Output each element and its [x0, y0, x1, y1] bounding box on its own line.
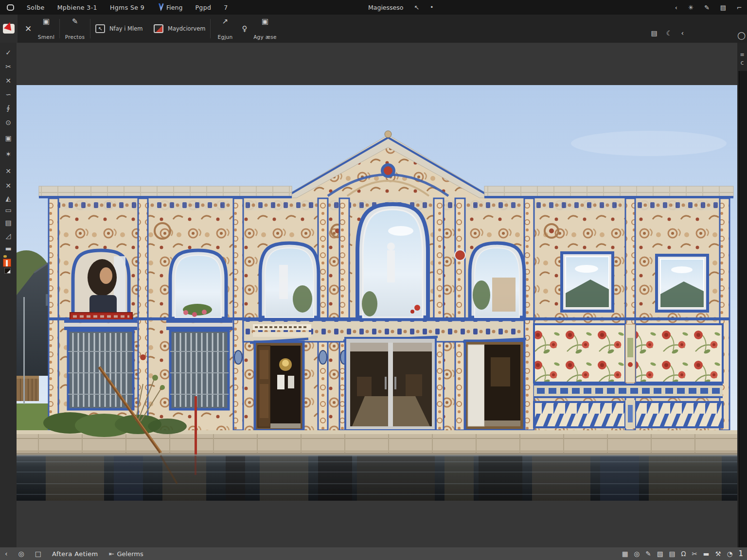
toolbar-button-smenl-label: Smenl — [38, 34, 54, 40]
layers-icon[interactable]: ▬ — [703, 550, 710, 558]
swatch-tile-icon — [154, 24, 163, 33]
clock-icon[interactable]: ◔ — [727, 550, 733, 558]
sidebar-tool-star[interactable]: ✶ — [0, 148, 17, 160]
back-arrow-icon[interactable]: ‹ — [681, 29, 684, 37]
close-document-button[interactable]: ✕ — [21, 15, 35, 43]
pen-icon[interactable]: ✎ — [645, 550, 651, 558]
pencil-icon: ✎ — [72, 18, 78, 25]
sidebar-tool-curve[interactable]: ∽ — [0, 88, 17, 100]
panel-icon[interactable]: ▤ — [720, 4, 726, 11]
user-icon[interactable]: Ω — [681, 550, 686, 558]
toolbar-button-smenl[interactable]: ▣ Smenl — [35, 18, 57, 40]
foreground-color-swatch[interactable] — [3, 259, 11, 267]
menu-item-2[interactable]: Mpbiene 3-1 — [57, 4, 97, 11]
scissors-icon[interactable]: ✂ — [692, 550, 697, 558]
app-tile-button[interactable] — [0, 15, 18, 43]
toolbar-button-egjun[interactable]: ↗ Egjun — [214, 18, 236, 40]
panels-toggle-icon[interactable]: ▤ — [651, 29, 658, 37]
toolbar-button-nfay-label: Nfay i Mlem — [109, 25, 142, 32]
page-number: 1 — [738, 549, 743, 558]
image-icon[interactable]: ▧ — [657, 550, 663, 558]
menu-item-4-label: Fieng — [166, 4, 182, 11]
toolbar-button-agyaese[interactable]: ▣ Agy æse — [252, 18, 278, 40]
lasso-icon[interactable]: ☾ — [666, 29, 673, 37]
toolbar-button-prectos[interactable]: ✎ Prectos — [62, 18, 88, 40]
goto-label: Gelerms — [117, 550, 143, 558]
sidebar-tool-frame[interactable]: ▭ — [0, 204, 17, 216]
panel-edge — [739, 71, 747, 547]
blue-brush-icon — [157, 3, 164, 11]
toolbar-separator — [210, 19, 211, 38]
sidebar-tool-note[interactable]: ▤ — [0, 217, 17, 228]
sidebar-tool-ellipse[interactable]: ⊙ — [0, 117, 17, 128]
sidebar-tool-check[interactable]: ✓ — [0, 47, 17, 58]
menu-item-4[interactable]: Fieng — [157, 3, 182, 11]
swatch-dot — [3, 255, 7, 258]
chevron-left-icon[interactable]: ‹ — [675, 4, 677, 11]
panel-icon[interactable]: ▤ — [669, 550, 675, 558]
menubar-center-label: Magiesseso — [368, 4, 403, 11]
toolbar-separator — [90, 19, 90, 38]
toolbar-button-maydciorvem-label: Maydciorvem — [168, 25, 205, 32]
menubar: Solbe Mpbiene 3-1 Hgms Se 9 Fieng Pgpd 7… — [0, 0, 747, 15]
right-panel-sliver: ≡ c — [737, 43, 747, 547]
sidebar-tool-loop[interactable]: ∮ — [0, 102, 17, 114]
sidebar-tool-wedge[interactable]: ◿ — [0, 230, 17, 242]
target-icon[interactable]: ◎ — [634, 550, 640, 558]
cursor-icon: ↖ — [414, 4, 419, 11]
status-mode-label: Aftera Aetiem — [52, 550, 98, 558]
sidebar-tool-close[interactable]: ✕ — [0, 75, 17, 87]
curve-icon[interactable]: ⌐ — [737, 4, 742, 11]
background-color-swatch[interactable] — [4, 268, 11, 274]
tool-palette: ✓ ✂ ✕ ∽ ∮ ⊙ ▣ ✶ ✕ ✕ ◭ ▭ ▤ ◿ ▬ — [0, 43, 17, 547]
toolbar-button-agyaese-label: Agy æse — [253, 34, 277, 40]
toolbar-button-maydciorvem[interactable]: Maydciorvem — [154, 15, 205, 43]
sidebar-tool-mountain[interactable]: ◭ — [0, 192, 17, 204]
toolbar-button-prectos-label: Prectos — [65, 34, 85, 40]
circle-indicator-icon[interactable]: ◎ — [18, 550, 24, 558]
toolbar-separator — [59, 19, 60, 38]
goto-control[interactable]: ⇤ Gelerms — [109, 550, 143, 558]
back-icon[interactable]: ‹ — [5, 550, 8, 558]
arrow-up-icon: ↗ — [222, 18, 229, 25]
tools-icon[interactable]: ⚒ — [715, 550, 721, 558]
square-indicator-icon[interactable]: □ — [35, 550, 41, 558]
pin-button[interactable]: ♀ — [239, 18, 250, 40]
sidebar-tool-scissors[interactable]: ✂ — [0, 61, 17, 72]
goto-icon: ⇤ — [109, 550, 114, 558]
toolbar: ✕ ▣ Smenl ✎ Prectos ↖ Nfay i Mlem Maydci… — [0, 15, 747, 43]
statusbar: ‹ ◎ □ Aftera Aetiem ⇤ Gelerms ▦ ◎ ✎ ▧ ▤ … — [0, 547, 747, 560]
photo-editor-window: Solbe Mpbiene 3-1 Hgms Se 9 Fieng Pgpd 7… — [0, 0, 747, 560]
sparkle-icon[interactable]: ✳ — [688, 4, 694, 11]
menu-item-3[interactable]: Hgms Se 9 — [110, 4, 144, 11]
dot-icon: • — [430, 4, 433, 11]
document-canvas[interactable] — [17, 43, 737, 547]
affinity-logo-icon — [3, 24, 15, 34]
circle-tool-icon[interactable]: ◯ — [737, 31, 746, 40]
grid-icon: ▣ — [262, 18, 268, 25]
pin-icon: ♀ — [242, 25, 248, 33]
panel-lines-icon[interactable]: ≡ — [737, 52, 747, 58]
app-logo-icon[interactable] — [7, 4, 14, 11]
sidebar-tool-rect[interactable]: ▣ — [0, 132, 17, 144]
frame-arrow-icon: ↖ — [95, 24, 105, 33]
pencil-icon[interactable]: ✎ — [704, 4, 710, 11]
menu-item-6[interactable]: 7 — [224, 4, 228, 11]
toolbar-button-nfay[interactable]: ↖ Nfay i Mlem — [95, 15, 142, 43]
photo-canvas-image[interactable] — [17, 85, 737, 501]
sidebar-tool-close-3[interactable]: ✕ — [0, 180, 17, 192]
menu-item-1[interactable]: Solbe — [27, 4, 45, 11]
main-area: ✓ ✂ ✕ ∽ ∮ ⊙ ▣ ✶ ✕ ✕ ◭ ▭ ▤ ◿ ▬ — [0, 43, 747, 547]
panel-c-icon[interactable]: c — [737, 59, 747, 66]
badge-icon: ▣ — [43, 18, 50, 25]
sidebar-tool-bars[interactable]: ▬ — [0, 243, 17, 254]
keyboard-icon[interactable]: ▦ — [622, 550, 628, 558]
toolbar-button-egjun-label: Egjun — [217, 34, 232, 40]
sidebar-tool-close-2[interactable]: ✕ — [0, 165, 17, 177]
menu-item-5[interactable]: Pgpd — [195, 4, 211, 11]
